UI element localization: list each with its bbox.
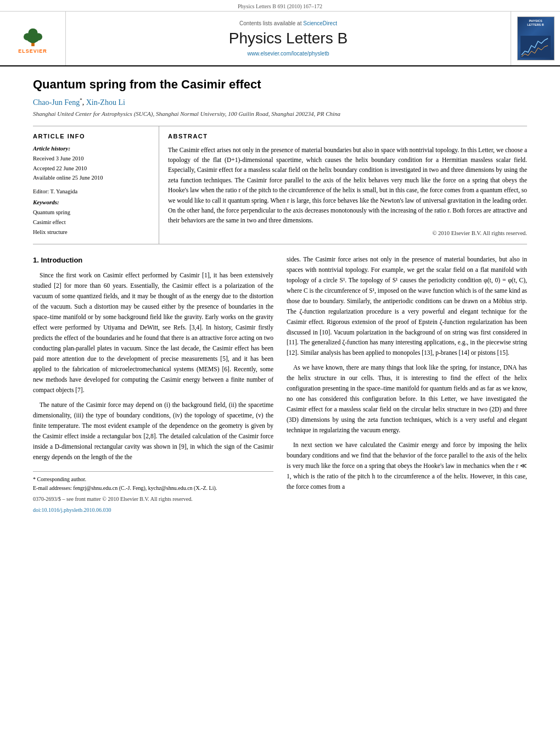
keywords-list: Quantum spring Casimir effect Helix stru… xyxy=(33,208,150,237)
the-word: the xyxy=(125,454,132,460)
elsevier-logo: ELSEVIER xyxy=(11,24,55,54)
right-para-1: sides. The Casimir force arises not only… xyxy=(287,254,527,359)
right-para-2: As we have known, there are many things … xyxy=(287,362,527,436)
journal-citation: Physics Letters B 691 (2010) 167–172 xyxy=(238,3,322,9)
sciencedirect-link[interactable]: ScienceDirect xyxy=(303,20,337,26)
available-date: Available online 25 June 2010 xyxy=(33,173,150,183)
accepted-date: Accepted 22 June 2010 xyxy=(33,164,150,174)
section-1-heading: 1. Introduction xyxy=(33,254,273,266)
body-para-1: Since the first work on Casimir effect p… xyxy=(33,270,273,395)
article-dates: Received 3 June 2010 Accepted 22 June 20… xyxy=(33,154,150,183)
elsevier-label: ELSEVIER xyxy=(18,48,47,54)
article-section: ARTICLE INFO Article history: Received 3… xyxy=(33,126,527,244)
footer-issn: 0370-2693/$ – see front matter © 2010 El… xyxy=(33,495,273,504)
history-label: Article history: xyxy=(33,145,150,152)
body-para-2: The nature of the Casimir force may depe… xyxy=(33,400,273,462)
svg-point-4 xyxy=(28,28,37,36)
received-date: Received 3 June 2010 xyxy=(33,154,150,164)
paper-title: Quantum spring from the Casimir effect xyxy=(33,77,527,92)
article-info: ARTICLE INFO Article history: Received 3… xyxy=(33,126,159,244)
paper-content: Quantum spring from the Casimir effect C… xyxy=(0,66,560,526)
elsevier-tree-icon xyxy=(19,26,47,47)
journal-bar: Physics Letters B 691 (2010) 167–172 xyxy=(0,0,560,12)
footnote-email-line: E-mail addresses: fengrj@shnu.edu.cn (C.… xyxy=(33,484,273,493)
keyword-2: Casimir effect xyxy=(33,217,150,227)
author-2[interactable]: Xin-Zhou Li xyxy=(86,98,125,107)
journal-cover-image: PHYSICSLETTERS B xyxy=(517,16,555,60)
body-left-col: 1. Introduction Since the first work on … xyxy=(33,254,273,515)
keyword-1: Quantum spring xyxy=(33,208,150,217)
abstract-section: ABSTRACT The Casimir effect arises not o… xyxy=(159,126,527,244)
journal-title: Physics Letters B xyxy=(229,30,348,47)
cover-title: PHYSICSLETTERS B xyxy=(527,19,544,27)
cover-chart-icon xyxy=(520,36,551,58)
author-1[interactable]: Chao-Jun Feng xyxy=(33,98,80,107)
footnote-star-line: * Corresponding author. xyxy=(33,475,273,484)
doi-link[interactable]: doi:10.1016/j.physletb.2010.06.030 xyxy=(33,507,111,513)
journal-header: ELSEVIER Contents lists available at Sci… xyxy=(0,12,560,66)
elsevier-logo-area: ELSEVIER xyxy=(0,12,66,65)
body-right-col: sides. The Casimir force arises not only… xyxy=(287,254,527,515)
journal-header-center: Contents lists available at ScienceDirec… xyxy=(66,12,511,65)
abstract-heading: ABSTRACT xyxy=(168,133,527,140)
journal-url[interactable]: www.elsevier.com/locate/physletb xyxy=(248,51,329,57)
footnote-area: * Corresponding author. E-mail addresses… xyxy=(33,471,273,493)
keyword-3: Helix structure xyxy=(33,227,150,237)
right-para-3: In next section we have calculated the C… xyxy=(287,440,527,492)
keywords-label: Keywords: xyxy=(33,199,150,205)
editor-line: Editor: T. Yanagida xyxy=(33,188,150,194)
abstract-copyright: © 2010 Elsevier B.V. All rights reserved… xyxy=(168,230,527,236)
sciencedirect-line: Contents lists available at ScienceDirec… xyxy=(239,20,337,26)
abstract-text: The Casimir effect arises not only in th… xyxy=(168,145,527,226)
article-info-heading: ARTICLE INFO xyxy=(33,133,150,140)
paper-authors: Chao-Jun Feng*, Xin-Zhou Li xyxy=(33,97,527,107)
body-columns: 1. Introduction Since the first work on … xyxy=(33,254,527,515)
paper-affiliation: Shanghai United Center for Astrophysics … xyxy=(33,110,527,117)
journal-cover-area: PHYSICSLETTERS B xyxy=(511,12,560,65)
footer-doi: doi:10.1016/j.physletb.2010.06.030 xyxy=(33,506,273,515)
